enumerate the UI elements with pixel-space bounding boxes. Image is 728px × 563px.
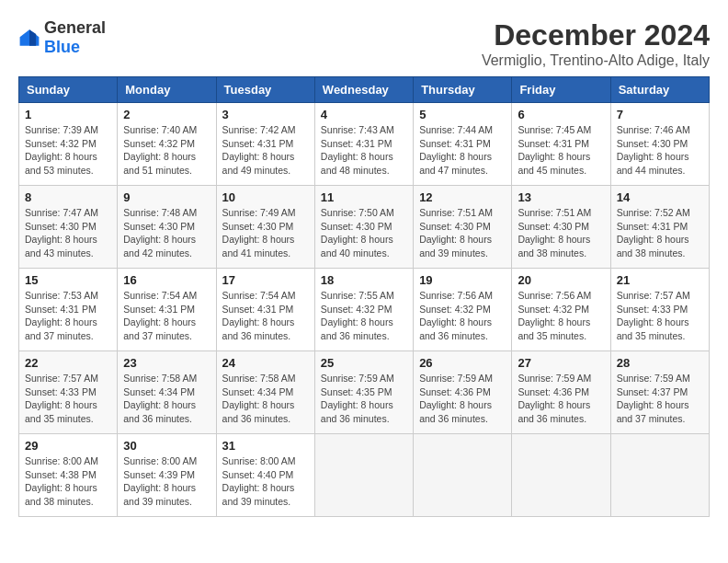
table-row: 7Sunrise: 7:46 AMSunset: 4:30 PMDaylight… — [610, 103, 709, 186]
table-row: 23Sunrise: 7:58 AMSunset: 4:34 PMDayligh… — [118, 351, 216, 434]
day-info: Sunrise: 7:59 AMSunset: 4:35 PMDaylight:… — [321, 372, 407, 426]
calendar-week-row: 1Sunrise: 7:39 AMSunset: 4:32 PMDaylight… — [19, 103, 710, 186]
day-info: Sunrise: 7:54 AMSunset: 4:31 PMDaylight:… — [123, 289, 210, 343]
calendar-week-row: 15Sunrise: 7:53 AMSunset: 4:31 PMDayligh… — [19, 269, 710, 351]
day-info: Sunrise: 8:00 AMSunset: 4:40 PMDaylight:… — [222, 454, 309, 509]
day-info: Sunrise: 7:49 AMSunset: 4:30 PMDaylight:… — [222, 206, 309, 260]
table-row: 20Sunrise: 7:56 AMSunset: 4:32 PMDayligh… — [512, 269, 610, 351]
table-row: 14Sunrise: 7:52 AMSunset: 4:31 PMDayligh… — [610, 186, 709, 269]
day-info: Sunrise: 7:59 AMSunset: 4:36 PMDaylight:… — [419, 372, 506, 426]
svg-marker-1 — [29, 29, 36, 46]
calendar-week-row: 8Sunrise: 7:47 AMSunset: 4:30 PMDaylight… — [19, 186, 710, 269]
day-number: 21 — [617, 273, 703, 287]
col-monday: Monday — [118, 77, 216, 103]
table-row: 10Sunrise: 7:49 AMSunset: 4:30 PMDayligh… — [216, 186, 314, 269]
table-row: 5Sunrise: 7:44 AMSunset: 4:31 PMDaylight… — [414, 103, 512, 186]
table-row — [610, 434, 709, 517]
table-row: 1Sunrise: 7:39 AMSunset: 4:32 PMDaylight… — [19, 103, 118, 186]
table-row: 13Sunrise: 7:51 AMSunset: 4:30 PMDayligh… — [512, 186, 610, 269]
day-number: 22 — [25, 356, 111, 370]
day-info: Sunrise: 7:57 AMSunset: 4:33 PMDaylight:… — [25, 372, 111, 426]
calendar-table: Sunday Monday Tuesday Wednesday Thursday… — [18, 76, 710, 517]
day-number: 5 — [419, 108, 506, 121]
day-info: Sunrise: 7:57 AMSunset: 4:33 PMDaylight:… — [617, 289, 703, 343]
table-row: 9Sunrise: 7:48 AMSunset: 4:30 PMDaylight… — [118, 186, 216, 269]
col-tuesday: Tuesday — [216, 77, 314, 103]
table-row: 26Sunrise: 7:59 AMSunset: 4:36 PMDayligh… — [414, 351, 512, 434]
title-area: December 2024 Vermiglio, Trentino-Alto A… — [482, 18, 710, 69]
table-row: 30Sunrise: 8:00 AMSunset: 4:39 PMDayligh… — [118, 434, 216, 517]
logo-general: General — [44, 18, 106, 37]
table-row: 11Sunrise: 7:50 AMSunset: 4:30 PMDayligh… — [314, 186, 413, 269]
calendar-week-row: 29Sunrise: 8:00 AMSunset: 4:38 PMDayligh… — [19, 434, 710, 517]
table-row: 24Sunrise: 7:58 AMSunset: 4:34 PMDayligh… — [216, 351, 314, 434]
day-number: 14 — [617, 190, 703, 204]
day-info: Sunrise: 7:48 AMSunset: 4:30 PMDaylight:… — [123, 206, 210, 260]
day-info: Sunrise: 7:42 AMSunset: 4:31 PMDaylight:… — [222, 123, 309, 178]
day-number: 25 — [321, 356, 407, 370]
day-number: 11 — [321, 190, 407, 204]
day-number: 29 — [25, 439, 111, 453]
day-info: Sunrise: 7:39 AMSunset: 4:32 PMDaylight:… — [25, 123, 111, 178]
table-row: 31Sunrise: 8:00 AMSunset: 4:40 PMDayligh… — [216, 434, 314, 517]
day-number: 24 — [222, 356, 309, 370]
day-number: 26 — [419, 356, 506, 370]
day-info: Sunrise: 7:51 AMSunset: 4:30 PMDaylight:… — [419, 206, 506, 260]
table-row: 29Sunrise: 8:00 AMSunset: 4:38 PMDayligh… — [19, 434, 118, 517]
day-number: 19 — [419, 273, 506, 287]
table-row: 8Sunrise: 7:47 AMSunset: 4:30 PMDaylight… — [19, 186, 118, 269]
subtitle: Vermiglio, Trentino-Alto Adige, Italy — [482, 52, 710, 69]
day-number: 15 — [25, 273, 111, 287]
main-title: December 2024 — [482, 18, 710, 52]
table-row: 12Sunrise: 7:51 AMSunset: 4:30 PMDayligh… — [414, 186, 512, 269]
logo: General Blue — [18, 18, 106, 57]
day-info: Sunrise: 7:44 AMSunset: 4:31 PMDaylight:… — [419, 123, 506, 178]
day-info: Sunrise: 7:51 AMSunset: 4:30 PMDaylight:… — [518, 206, 604, 260]
calendar-week-row: 22Sunrise: 7:57 AMSunset: 4:33 PMDayligh… — [19, 351, 710, 434]
day-number: 20 — [518, 273, 604, 287]
table-row: 19Sunrise: 7:56 AMSunset: 4:32 PMDayligh… — [414, 269, 512, 351]
calendar-header-row: Sunday Monday Tuesday Wednesday Thursday… — [19, 77, 710, 103]
table-row: 16Sunrise: 7:54 AMSunset: 4:31 PMDayligh… — [118, 269, 216, 351]
day-number: 3 — [222, 108, 309, 121]
table-row: 3Sunrise: 7:42 AMSunset: 4:31 PMDaylight… — [216, 103, 314, 186]
table-row: 21Sunrise: 7:57 AMSunset: 4:33 PMDayligh… — [610, 269, 709, 351]
table-row: 25Sunrise: 7:59 AMSunset: 4:35 PMDayligh… — [314, 351, 413, 434]
day-info: Sunrise: 7:50 AMSunset: 4:30 PMDaylight:… — [321, 206, 407, 260]
day-info: Sunrise: 7:59 AMSunset: 4:36 PMDaylight:… — [518, 372, 604, 426]
day-number: 16 — [123, 273, 210, 287]
day-info: Sunrise: 7:40 AMSunset: 4:32 PMDaylight:… — [123, 123, 210, 178]
day-info: Sunrise: 7:55 AMSunset: 4:32 PMDaylight:… — [321, 289, 407, 343]
table-row — [414, 434, 512, 517]
table-row: 2Sunrise: 7:40 AMSunset: 4:32 PMDaylight… — [118, 103, 216, 186]
day-number: 2 — [123, 108, 210, 121]
day-info: Sunrise: 8:00 AMSunset: 4:38 PMDaylight:… — [25, 454, 111, 509]
logo-icon — [18, 27, 40, 49]
day-info: Sunrise: 7:54 AMSunset: 4:31 PMDaylight:… — [222, 289, 309, 343]
day-number: 7 — [617, 108, 703, 121]
table-row: 15Sunrise: 7:53 AMSunset: 4:31 PMDayligh… — [19, 269, 118, 351]
day-info: Sunrise: 7:52 AMSunset: 4:31 PMDaylight:… — [617, 206, 703, 260]
day-number: 31 — [222, 439, 309, 453]
day-number: 30 — [123, 439, 210, 453]
day-number: 27 — [518, 356, 604, 370]
day-number: 18 — [321, 273, 407, 287]
day-info: Sunrise: 7:58 AMSunset: 4:34 PMDaylight:… — [222, 372, 309, 426]
day-info: Sunrise: 7:59 AMSunset: 4:37 PMDaylight:… — [617, 372, 703, 426]
col-wednesday: Wednesday — [314, 77, 413, 103]
day-info: Sunrise: 7:56 AMSunset: 4:32 PMDaylight:… — [518, 289, 604, 343]
day-info: Sunrise: 7:47 AMSunset: 4:30 PMDaylight:… — [25, 206, 111, 260]
table-row: 18Sunrise: 7:55 AMSunset: 4:32 PMDayligh… — [314, 269, 413, 351]
col-thursday: Thursday — [414, 77, 512, 103]
day-number: 4 — [321, 108, 407, 121]
table-row — [512, 434, 610, 517]
day-number: 10 — [222, 190, 309, 204]
day-number: 17 — [222, 273, 309, 287]
logo-blue: Blue — [44, 38, 80, 56]
day-info: Sunrise: 8:00 AMSunset: 4:39 PMDaylight:… — [123, 454, 210, 509]
day-info: Sunrise: 7:53 AMSunset: 4:31 PMDaylight:… — [25, 289, 111, 343]
day-number: 23 — [123, 356, 210, 370]
day-number: 13 — [518, 190, 604, 204]
table-row — [314, 434, 413, 517]
table-row: 28Sunrise: 7:59 AMSunset: 4:37 PMDayligh… — [610, 351, 709, 434]
